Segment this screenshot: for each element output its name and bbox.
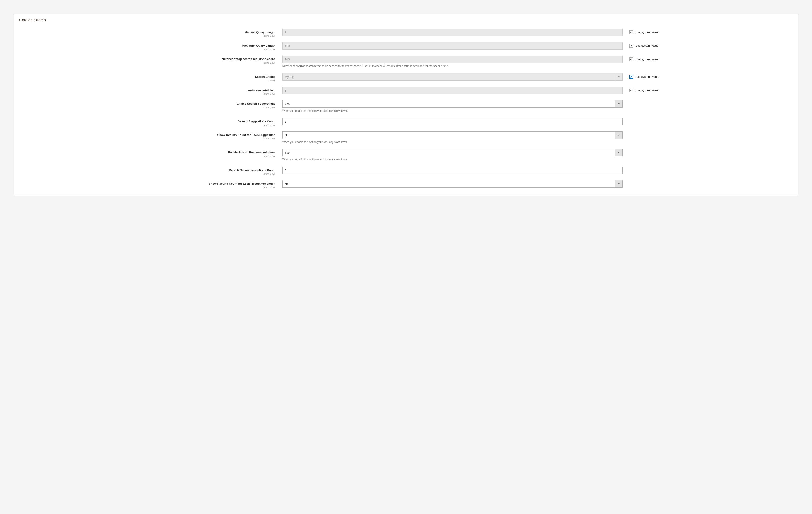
- row-search-engine: Search Engine [global] Use system value: [19, 71, 793, 84]
- label-minimal-query-length: Minimal Query Length: [244, 30, 276, 34]
- chevron-down-icon: [618, 135, 620, 136]
- help-enable-suggestions: When you enable this option your site ma…: [282, 109, 622, 113]
- select-arrow-show-results-recommendation[interactable]: [615, 180, 622, 188]
- label-autocomplete-limit: Autocomplete Limit: [248, 89, 275, 92]
- checkbox-label-use-system[interactable]: Use system value: [635, 75, 659, 78]
- label-search-engine: Search Engine: [255, 75, 275, 78]
- input-recommendations-count[interactable]: [282, 167, 622, 174]
- checkbox-label-use-system[interactable]: Use system value: [635, 58, 659, 61]
- select-value-show-results-recommendation[interactable]: [282, 180, 615, 188]
- select-arrow-enable-suggestions[interactable]: [615, 100, 622, 108]
- scope-enable-suggestions: [store view]: [19, 106, 276, 109]
- row-recommendations-count: Search Recommendations Count [store view…: [19, 164, 793, 178]
- scope-search-engine: [global]: [19, 79, 276, 82]
- checkbox-label-use-system[interactable]: Use system value: [635, 89, 659, 92]
- label-show-results-suggestion: Show Results Count for Each Suggestion: [217, 133, 275, 137]
- label-enable-recommendations: Enable Search Recommendations: [228, 151, 276, 154]
- select-arrow-show-results-suggestion[interactable]: [615, 132, 622, 139]
- label-show-results-recommendation: Show Results Count for Each Recommendati…: [209, 182, 276, 185]
- scope-top-results-cache: [store view]: [19, 61, 276, 64]
- scope-maximum-query-length: [store view]: [19, 48, 276, 51]
- help-top-results-cache: Number of popular search terms to be cac…: [282, 64, 622, 68]
- checkbox-label-use-system[interactable]: Use system value: [635, 31, 659, 34]
- select-show-results-recommendation[interactable]: [282, 180, 622, 188]
- select-enable-recommendations[interactable]: [282, 149, 622, 156]
- row-suggestions-count: Search Suggestions Count [store view]: [19, 115, 793, 129]
- select-enable-suggestions[interactable]: [282, 100, 622, 108]
- catalog-search-panel: Catalog Search Minimal Query Length [sto…: [13, 13, 799, 196]
- chevron-down-icon: [618, 76, 620, 78]
- checkbox-use-system-maximum-query[interactable]: [629, 44, 633, 48]
- input-maximum-query-length: [282, 42, 622, 50]
- scope-recommendations-count: [store view]: [19, 172, 276, 175]
- select-search-engine: [282, 73, 622, 81]
- checkmark-icon: [630, 45, 632, 47]
- panel-title: Catalog Search: [14, 14, 798, 24]
- checkbox-use-system-top-results[interactable]: [629, 57, 633, 61]
- row-top-results-cache: Number of top search results to cache [s…: [19, 53, 793, 71]
- label-top-results-cache: Number of top search results to cache: [222, 57, 276, 61]
- label-enable-suggestions: Enable Search Suggestions: [237, 102, 276, 105]
- help-show-results-suggestion: When you enable this option your site ma…: [282, 140, 622, 144]
- label-recommendations-count: Search Recommendations Count: [229, 168, 275, 172]
- row-autocomplete-limit: Autocomplete Limit [store view] Use syst…: [19, 84, 793, 98]
- help-enable-recommendations: When you enable this option your site ma…: [282, 158, 622, 162]
- scope-autocomplete-limit: [store view]: [19, 92, 276, 95]
- select-value-search-engine: [282, 73, 615, 81]
- select-value-enable-recommendations[interactable]: [282, 149, 615, 156]
- scope-show-results-suggestion: [store view]: [19, 137, 276, 140]
- row-enable-suggestions: Enable Search Suggestions [store view] W…: [19, 98, 793, 115]
- checkbox-use-system-search-engine[interactable]: [629, 75, 633, 79]
- scope-suggestions-count: [store view]: [19, 124, 276, 126]
- checkmark-icon: [630, 76, 632, 78]
- row-enable-recommendations: Enable Search Recommendations [store vie…: [19, 146, 793, 164]
- input-minimal-query-length: [282, 29, 622, 36]
- row-show-results-recommendation: Show Results Count for Each Recommendati…: [19, 178, 793, 191]
- row-show-results-suggestion: Show Results Count for Each Suggestion […: [19, 129, 793, 147]
- input-suggestions-count[interactable]: [282, 118, 622, 125]
- checkmark-icon: [630, 31, 632, 33]
- row-maximum-query-length: Maximum Query Length [store view] Use sy…: [19, 40, 793, 53]
- checkbox-label-use-system[interactable]: Use system value: [635, 44, 659, 47]
- chevron-down-icon: [618, 103, 620, 105]
- select-value-enable-suggestions[interactable]: [282, 100, 615, 108]
- chevron-down-icon: [618, 152, 620, 153]
- checkbox-use-system-minimal-query[interactable]: [629, 30, 633, 34]
- row-minimal-query-length: Minimal Query Length [store view] Use sy…: [19, 26, 793, 40]
- select-show-results-suggestion[interactable]: [282, 132, 622, 139]
- select-arrow-search-engine: [615, 73, 622, 81]
- select-value-show-results-suggestion[interactable]: [282, 132, 615, 139]
- select-arrow-enable-recommendations[interactable]: [615, 149, 622, 156]
- chevron-down-icon: [618, 183, 620, 184]
- scope-enable-recommendations: [store view]: [19, 155, 276, 158]
- checkmark-icon: [630, 58, 632, 60]
- input-autocomplete-limit: [282, 87, 622, 94]
- label-maximum-query-length: Maximum Query Length: [242, 44, 276, 47]
- label-suggestions-count: Search Suggestions Count: [238, 120, 276, 123]
- input-top-results-cache: [282, 56, 622, 63]
- catalog-search-form: Minimal Query Length [store view] Use sy…: [14, 24, 798, 196]
- scope-show-results-recommendation: [store view]: [19, 186, 276, 189]
- checkmark-icon: [630, 89, 632, 91]
- checkbox-use-system-autocomplete[interactable]: [629, 89, 633, 92]
- scope-minimal-query-length: [store view]: [19, 34, 276, 37]
